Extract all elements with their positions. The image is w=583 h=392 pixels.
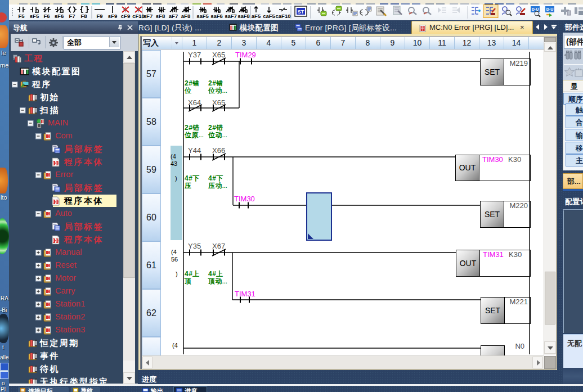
svg-text:aF8: aF8 [181,13,190,19]
svg-text:saF6: saF6 [210,13,223,19]
svg-text:saF8: saF8 [237,13,250,19]
svg-text:ST: ST [298,9,304,15]
svg-text:F8: F8 [80,13,87,19]
svg-text:cF9: cF9 [121,13,130,19]
svg-text:F9: F9 [96,13,102,19]
svg-text:sF7: sF7 [143,13,153,19]
svg-text:saF7: saF7 [225,13,237,19]
svg-text:saF5: saF5 [196,13,209,19]
svg-text:F7: F7 [69,13,75,19]
svg-text:sF9: sF9 [108,13,117,19]
svg-text:cF10: cF10 [132,13,145,19]
svg-text:sF8: sF8 [156,13,165,19]
svg-text:F6: F6 [43,13,50,19]
svg-text:aF7: aF7 [169,13,178,19]
svg-text:caF10: caF10 [276,13,291,19]
svg-text:sF5: sF5 [30,13,39,19]
svg-text:D·U: D·U [532,7,539,11]
svg-text:F5: F5 [18,13,25,19]
svg-text:aF5: aF5 [252,13,261,19]
svg-text:D·U: D·U [546,7,553,11]
svg-text:caF5: caF5 [263,13,275,19]
svg-text:sF6: sF6 [55,13,64,19]
